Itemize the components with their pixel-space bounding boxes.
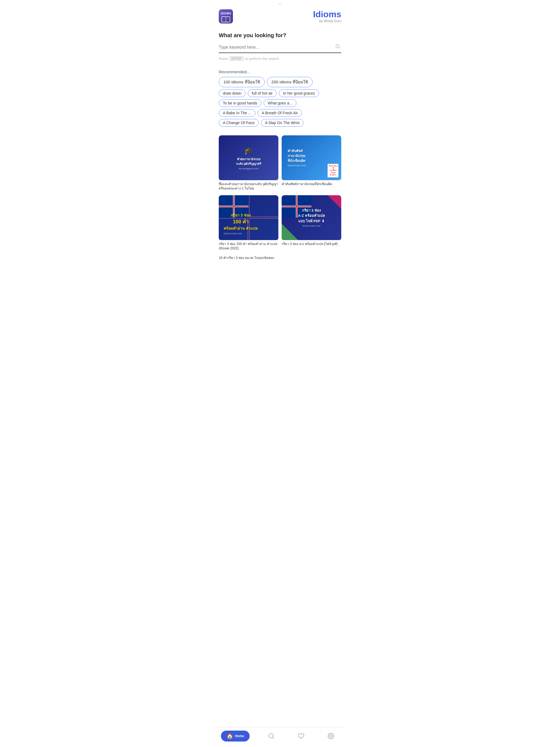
card-graduation[interactable]: 🎓 ตัวย่อภาษาอังกฤษระดับวุฒิปริญญาตรี by … xyxy=(219,135,278,191)
tag-change-of-pace[interactable]: A Change Of Pace xyxy=(219,119,259,127)
app-logo: IDIOMS xyxy=(219,9,233,24)
search-input-wrapper[interactable] xyxy=(219,44,341,53)
app-subtitle: by Wordy Guru xyxy=(313,19,341,23)
status-bar: ··· xyxy=(214,0,346,7)
nav-favorites[interactable] xyxy=(293,733,309,739)
tag-full-of-hot-air[interactable]: full of hot air xyxy=(248,89,277,97)
card-verb3-az[interactable]: กริยา 3 ช่องA-Z พร้อมคำแปลแบบ ไฟล์ PDF ⬇… xyxy=(282,195,341,251)
app-title: Idioms xyxy=(313,10,341,19)
card-caption-verb3-az: กริยา 3 ช่อง a-z พร้อมคำแปล (ไฟล์ pdf) xyxy=(282,242,341,247)
card-verb3-100[interactable]: กริยา 3 ช่อง100 คำพร้อมคำอ่าน คำแปล WORD… xyxy=(219,195,278,251)
header: IDIOMS Idioms by Wordy Guru xyxy=(214,7,346,28)
tag-breath-of-fresh-air[interactable]: A Breath Of Fresh Air xyxy=(258,109,302,117)
heart-icon xyxy=(298,733,304,739)
small-tags-row-2: A Babe In The ... A Breath Of Fresh Air … xyxy=(219,109,341,127)
search-heading: What are you looking for? xyxy=(219,32,341,38)
search-icon-button[interactable] xyxy=(334,44,341,50)
nav-home-label: Home xyxy=(235,734,244,738)
nav-home[interactable]: 🏠 Home xyxy=(221,730,249,742)
svg-point-4 xyxy=(330,735,332,737)
search-nav-icon xyxy=(268,733,275,739)
recommended-section: Recommended... 100 Idioms ที่นิยมใช้ 200… xyxy=(214,70,346,133)
tag-draw-down[interactable]: draw down xyxy=(219,89,246,97)
cards-section: 🎓 ตัวย่อภาษาอังกฤษระดับวุฒิปริญญาตรี by … xyxy=(214,133,346,267)
tag-200-idioms[interactable]: 200 Idioms ที่นิยมใช้ xyxy=(267,77,313,87)
card-caption-misspell: คำทับศัพท์ภาษาอังกฤษที่มักเขียนผิด xyxy=(282,182,341,186)
tag-100-idioms[interactable]: 100 Idioms ที่นิยมใช้ xyxy=(219,77,265,87)
card-misspell[interactable]: คำทับศัพท์ภาษาอังกฤษที่มักเขียนผิด WORDY… xyxy=(282,135,341,191)
svg-line-3 xyxy=(272,738,274,739)
tag-in-her-good-graces[interactable]: In her good graces xyxy=(279,89,319,97)
recommended-title: Recommended... xyxy=(219,70,341,74)
app-title-container: Idioms by Wordy Guru xyxy=(313,10,341,23)
gear-icon xyxy=(328,733,334,739)
large-tags-row: 100 Idioms ที่นิยมใช้ 200 Idioms ที่นิยม… xyxy=(219,77,341,87)
nav-search[interactable] xyxy=(263,733,279,739)
nav-settings[interactable] xyxy=(323,733,339,739)
search-hint: Press ENTER to perform the search xyxy=(219,56,341,61)
tag-what-goes[interactable]: What goes a... xyxy=(263,99,297,107)
search-icon xyxy=(335,44,340,49)
home-icon: 🏠 xyxy=(226,733,233,739)
card-caption-verb3-10: 10 คำกริยา 3 ช่อง หมวด ไปออกข้อสอบ xyxy=(219,255,341,260)
logo-container: IDIOMS xyxy=(219,9,233,24)
tag-babe-in-the[interactable]: A Babe In The ... xyxy=(219,109,255,117)
card-caption-verb3-100: กริยา 3 ช่อง 100 คำ พร้อมคำอ่าน คำแปล (อ… xyxy=(219,242,278,251)
search-input[interactable] xyxy=(219,45,334,50)
bottom-nav: 🏠 Home xyxy=(214,727,346,747)
enter-badge: ENTER xyxy=(229,56,244,61)
svg-line-1 xyxy=(338,47,339,48)
card-caption-graduation: ชื่อและตัวย่อภาษาอังกฤษระดับวุฒิปริญญาตร… xyxy=(219,182,278,191)
search-section: What are you looking for? Press ENTER to… xyxy=(214,28,346,70)
small-tags-row-1: draw down full of hot air In her good gr… xyxy=(219,89,341,107)
tag-slap-on-the-wrist[interactable]: A Slap On The Wrist xyxy=(261,119,304,127)
cards-row-1: 🎓 ตัวย่อภาษาอังกฤษระดับวุฒิปริญญาตรี by … xyxy=(219,135,341,191)
cards-row-2: กริยา 3 ช่อง100 คำพร้อมคำอ่าน คำแปล WORD… xyxy=(219,195,341,251)
logo-text: IDIOMS xyxy=(221,12,231,15)
misspell-paper: มีอะไรบ้างที่เราเขียนไม่ถูกบ้างนะ? xyxy=(328,164,338,177)
tag-to-be-in-good-hands[interactable]: To be in good hands xyxy=(219,99,261,107)
